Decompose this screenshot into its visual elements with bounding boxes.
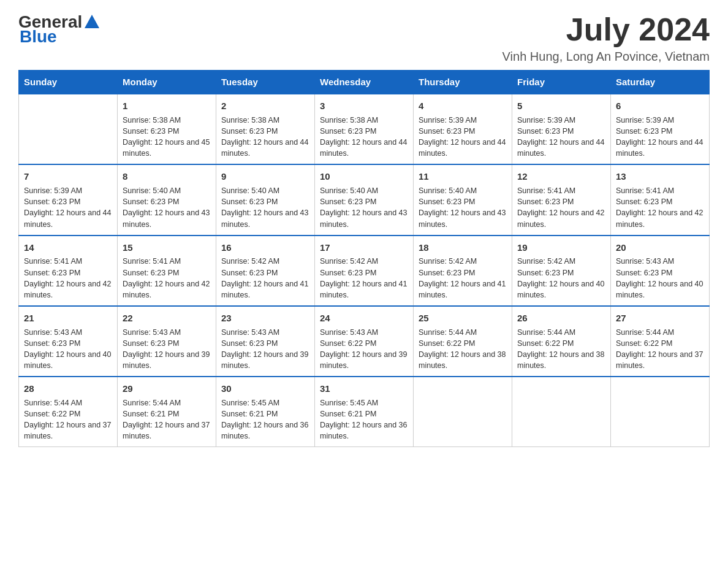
sunset-text: Sunset: 6:23 PM <box>517 126 605 137</box>
sunrise-text: Sunrise: 5:44 AM <box>123 397 211 408</box>
sunset-text: Sunset: 6:23 PM <box>123 338 211 349</box>
day-number: 14 <box>24 241 112 255</box>
calendar-cell: 25Sunrise: 5:44 AMSunset: 6:22 PMDayligh… <box>414 306 512 377</box>
daylight-text: Daylight: 12 hours and 39 minutes. <box>123 349 211 371</box>
day-number: 24 <box>320 312 408 325</box>
calendar-cell: 31Sunrise: 5:45 AMSunset: 6:21 PMDayligh… <box>315 377 414 447</box>
col-wednesday: Wednesday <box>315 71 414 94</box>
daylight-text: Daylight: 12 hours and 39 minutes. <box>320 349 408 371</box>
sunset-text: Sunset: 6:23 PM <box>24 196 112 207</box>
calendar-cell: 23Sunrise: 5:43 AMSunset: 6:23 PMDayligh… <box>216 306 315 377</box>
sunrise-text: Sunrise: 5:39 AM <box>419 115 507 126</box>
sunrise-text: Sunrise: 5:40 AM <box>320 185 408 196</box>
daylight-text: Daylight: 12 hours and 41 minutes. <box>419 278 507 301</box>
sunset-text: Sunset: 6:22 PM <box>517 338 605 349</box>
sunrise-text: Sunrise: 5:43 AM <box>221 327 309 338</box>
col-thursday: Thursday <box>414 71 512 94</box>
daylight-text: Daylight: 12 hours and 38 minutes. <box>517 349 605 371</box>
daylight-text: Daylight: 12 hours and 44 minutes. <box>320 137 408 159</box>
calendar-cell: 17Sunrise: 5:42 AMSunset: 6:23 PMDayligh… <box>315 236 414 306</box>
calendar-cell: 28Sunrise: 5:44 AMSunset: 6:22 PMDayligh… <box>19 377 118 447</box>
sunset-text: Sunset: 6:23 PM <box>320 267 408 278</box>
calendar-cell: 12Sunrise: 5:41 AMSunset: 6:23 PMDayligh… <box>512 164 611 235</box>
sunrise-text: Sunrise: 5:41 AM <box>517 185 605 196</box>
sunset-text: Sunset: 6:21 PM <box>123 408 211 419</box>
sunrise-text: Sunrise: 5:39 AM <box>616 115 704 126</box>
sunset-text: Sunset: 6:23 PM <box>24 338 112 349</box>
calendar-week-row: 21Sunrise: 5:43 AMSunset: 6:23 PMDayligh… <box>19 306 710 377</box>
sunset-text: Sunset: 6:23 PM <box>616 267 704 278</box>
sunset-text: Sunset: 6:23 PM <box>320 196 408 207</box>
sunrise-text: Sunrise: 5:44 AM <box>24 397 112 408</box>
calendar-cell: 30Sunrise: 5:45 AMSunset: 6:21 PMDayligh… <box>216 377 315 447</box>
sunrise-text: Sunrise: 5:43 AM <box>616 256 704 267</box>
sunset-text: Sunset: 6:23 PM <box>123 196 211 207</box>
calendar-week-row: 28Sunrise: 5:44 AMSunset: 6:22 PMDayligh… <box>19 377 710 447</box>
day-number: 5 <box>517 99 605 113</box>
daylight-text: Daylight: 12 hours and 43 minutes. <box>419 207 507 229</box>
daylight-text: Daylight: 12 hours and 38 minutes. <box>419 349 507 371</box>
sunrise-text: Sunrise: 5:40 AM <box>221 185 309 196</box>
sunset-text: Sunset: 6:23 PM <box>221 338 309 349</box>
day-number: 29 <box>123 382 211 396</box>
day-number: 6 <box>616 99 704 113</box>
day-number: 7 <box>24 170 112 183</box>
month-year-title: July 2024 <box>502 12 710 47</box>
sunset-text: Sunset: 6:23 PM <box>517 267 605 278</box>
calendar-week-row: 7Sunrise: 5:39 AMSunset: 6:23 PMDaylight… <box>19 164 710 235</box>
day-number: 2 <box>221 99 309 113</box>
day-number: 11 <box>419 170 507 183</box>
day-number: 25 <box>419 312 507 325</box>
sunrise-text: Sunrise: 5:43 AM <box>123 327 211 338</box>
daylight-text: Daylight: 12 hours and 36 minutes. <box>320 419 408 442</box>
sunrise-text: Sunrise: 5:41 AM <box>24 256 112 267</box>
daylight-text: Daylight: 12 hours and 43 minutes. <box>320 207 408 229</box>
calendar-cell: 24Sunrise: 5:43 AMSunset: 6:22 PMDayligh… <box>315 306 414 377</box>
calendar-cell: 22Sunrise: 5:43 AMSunset: 6:23 PMDayligh… <box>118 306 216 377</box>
calendar-header-row: Sunday Monday Tuesday Wednesday Thursday… <box>19 71 710 94</box>
col-saturday: Saturday <box>611 71 710 94</box>
day-number: 20 <box>616 241 704 255</box>
calendar-cell: 19Sunrise: 5:42 AMSunset: 6:23 PMDayligh… <box>512 236 611 306</box>
sunrise-text: Sunrise: 5:42 AM <box>320 256 408 267</box>
sunrise-text: Sunrise: 5:44 AM <box>517 327 605 338</box>
sunset-text: Sunset: 6:23 PM <box>419 267 507 278</box>
sunset-text: Sunset: 6:23 PM <box>320 126 408 137</box>
daylight-text: Daylight: 12 hours and 44 minutes. <box>517 137 605 159</box>
calendar-cell: 20Sunrise: 5:43 AMSunset: 6:23 PMDayligh… <box>611 236 710 306</box>
day-number: 28 <box>24 382 112 396</box>
day-number: 17 <box>320 241 408 255</box>
daylight-text: Daylight: 12 hours and 44 minutes. <box>221 137 309 159</box>
sunset-text: Sunset: 6:22 PM <box>24 408 112 419</box>
calendar-cell: 1Sunrise: 5:38 AMSunset: 6:23 PMDaylight… <box>118 94 216 164</box>
calendar-cell: 3Sunrise: 5:38 AMSunset: 6:23 PMDaylight… <box>315 94 414 164</box>
day-number: 13 <box>616 170 704 183</box>
sunset-text: Sunset: 6:23 PM <box>221 267 309 278</box>
calendar-cell: 5Sunrise: 5:39 AMSunset: 6:23 PMDaylight… <box>512 94 611 164</box>
daylight-text: Daylight: 12 hours and 44 minutes. <box>419 137 507 159</box>
calendar-week-row: 1Sunrise: 5:38 AMSunset: 6:23 PMDaylight… <box>19 94 710 164</box>
daylight-text: Daylight: 12 hours and 42 minutes. <box>123 278 211 301</box>
svg-marker-0 <box>85 15 99 28</box>
calendar-cell: 7Sunrise: 5:39 AMSunset: 6:23 PMDaylight… <box>19 164 118 235</box>
daylight-text: Daylight: 12 hours and 39 minutes. <box>221 349 309 371</box>
daylight-text: Daylight: 12 hours and 37 minutes. <box>616 349 704 371</box>
day-number: 8 <box>123 170 211 183</box>
sunrise-text: Sunrise: 5:41 AM <box>616 185 704 196</box>
day-number: 31 <box>320 382 408 396</box>
daylight-text: Daylight: 12 hours and 36 minutes. <box>221 419 309 442</box>
sunset-text: Sunset: 6:23 PM <box>24 267 112 278</box>
daylight-text: Daylight: 12 hours and 41 minutes. <box>320 278 408 301</box>
daylight-text: Daylight: 12 hours and 37 minutes. <box>123 419 211 442</box>
sunrise-text: Sunrise: 5:43 AM <box>24 327 112 338</box>
sunrise-text: Sunrise: 5:41 AM <box>123 256 211 267</box>
calendar-cell: 13Sunrise: 5:41 AMSunset: 6:23 PMDayligh… <box>611 164 710 235</box>
day-number: 19 <box>517 241 605 255</box>
day-number: 23 <box>221 312 309 325</box>
calendar-cell: 8Sunrise: 5:40 AMSunset: 6:23 PMDaylight… <box>118 164 216 235</box>
calendar-cell: 10Sunrise: 5:40 AMSunset: 6:23 PMDayligh… <box>315 164 414 235</box>
day-number: 18 <box>419 241 507 255</box>
title-area: July 2024 Vinh Hung, Long An Povince, Vi… <box>502 12 710 64</box>
sunset-text: Sunset: 6:23 PM <box>419 126 507 137</box>
sunrise-text: Sunrise: 5:44 AM <box>419 327 507 338</box>
